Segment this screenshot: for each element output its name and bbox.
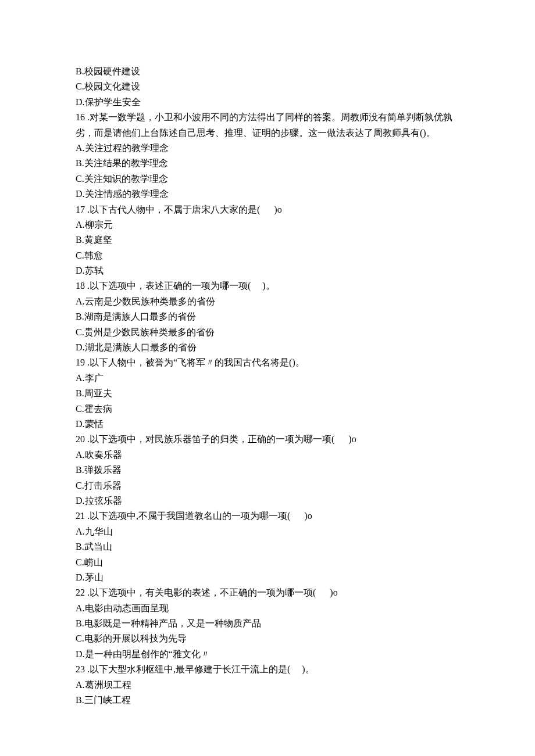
option-text: A.云南是少数民族种类最多的省份 xyxy=(76,294,465,309)
question-stem: 17 .以下古代人物中，不属于唐宋八大家的是( )o xyxy=(76,202,465,217)
option-text: D.苏轼 xyxy=(76,263,465,278)
question-stem: 23 .以下大型水利枢纽中,最早修建于长江干流上的是( )。 xyxy=(76,662,465,677)
option-text: D.茅山 xyxy=(76,570,465,585)
document-page: B.校园硬件建设 C.校园文化建设 D.保护学生安全 16 .对某一数学题，小卫… xyxy=(0,0,535,754)
question-stem: 21 .以下选项中,不属于我国道教名山的一项为哪一项( )o xyxy=(76,508,465,524)
option-text: D.拉弦乐器 xyxy=(76,493,465,508)
option-text: B.弹拨乐器 xyxy=(76,463,465,478)
option-text: C.韩愈 xyxy=(76,248,465,263)
option-text: B.湖南是满族人口最多的省份 xyxy=(76,309,465,324)
option-text: A.电影由动态画面呈现 xyxy=(76,601,465,616)
option-text: B.三门峡工程 xyxy=(76,693,465,708)
option-text: A.葛洲坝工程 xyxy=(76,678,465,693)
option-text: C.打击乐器 xyxy=(76,478,465,493)
option-text: B.黄庭坚 xyxy=(76,232,465,248)
option-text: D.保护学生安全 xyxy=(76,95,465,110)
option-text: A.吹奏乐器 xyxy=(76,447,465,463)
option-text: B.周亚夫 xyxy=(76,386,465,401)
option-text: B.关注结果的教学理念 xyxy=(76,156,465,171)
option-text: C.崂山 xyxy=(76,555,465,570)
option-text: D.是一种由明星创作的“雅文化〃 xyxy=(76,647,465,662)
option-text: C.关注知识的教学理念 xyxy=(76,171,465,187)
question-stem: 22 .以下选项中，有关电影的表述，不正确的一项为哪一项( )o xyxy=(76,585,465,600)
option-text: B.武当山 xyxy=(76,539,465,554)
option-text: C.贵州是少数民族种类最多的省份 xyxy=(76,325,465,340)
option-text: B.电影既是一种精神产品，又是一种物质产品 xyxy=(76,616,465,631)
option-text: D.湖北是满族人口最多的省份 xyxy=(76,340,465,355)
option-text: A.柳宗元 xyxy=(76,217,465,232)
option-text: B.校园硬件建设 xyxy=(76,64,465,79)
question-stem: 20 .以下选项中，对民族乐器笛子的归类，正确的一项为哪一项( )o xyxy=(76,432,465,447)
option-text: D.关注情感的教学理念 xyxy=(76,187,465,202)
option-text: C.霍去病 xyxy=(76,402,465,417)
option-text: D.蒙恬 xyxy=(76,417,465,432)
option-text: A.九华山 xyxy=(76,524,465,539)
question-stem: 16 .对某一数学题，小卫和小波用不同的方法得出了同样的答案。周教师没有简单判断… xyxy=(76,110,465,141)
option-text: C.校园文化建设 xyxy=(76,79,465,94)
question-stem: 19 .以下人物中，被誉为“飞将军〃的我国古代名将是()。 xyxy=(76,355,465,370)
question-stem: 18 .以下选项中，表述正确的一项为哪一项( )。 xyxy=(76,278,465,293)
option-text: A.李广 xyxy=(76,371,465,386)
option-text: C.电影的开展以科技为先导 xyxy=(76,631,465,646)
option-text: A.关注过程的教学理念 xyxy=(76,141,465,156)
